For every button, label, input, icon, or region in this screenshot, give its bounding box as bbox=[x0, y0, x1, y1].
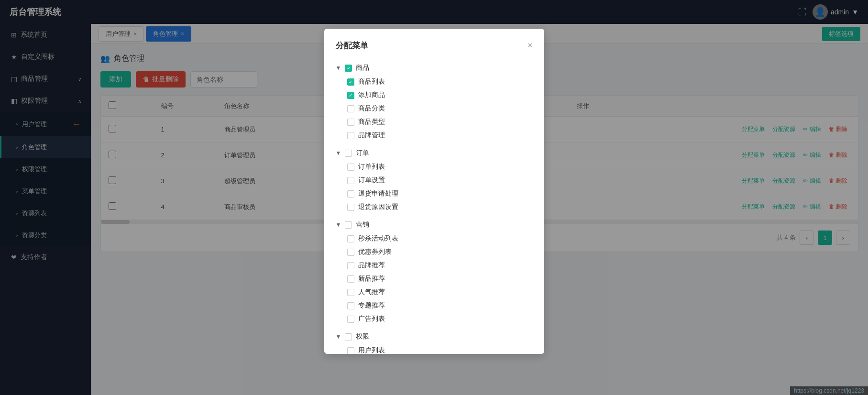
tree-checkbox-marketing[interactable] bbox=[345, 221, 352, 229]
tree-label-product: 商品 bbox=[356, 64, 369, 72]
tree-checkbox-flash-sale[interactable] bbox=[347, 235, 354, 242]
tree-child-order-list[interactable]: 订单列表 bbox=[347, 160, 533, 174]
tree-child-product-cat[interactable]: 商品分类 bbox=[347, 102, 533, 115]
tree-child-ad-list[interactable]: 广告列表 bbox=[347, 312, 533, 326]
tree-label-product-type: 商品类型 bbox=[358, 118, 385, 126]
tree-child-return-process[interactable]: 退货申请处理 bbox=[347, 187, 533, 200]
tree-label-product-add: 添加商品 bbox=[358, 91, 385, 99]
assign-menu-modal: 分配菜单 × ▼ 商品 商品列表 添加商品 商品 bbox=[324, 29, 544, 354]
tree-children-order: 订单列表 订单设置 退货申请处理 退货原因设置 bbox=[347, 160, 533, 214]
tree-child-product-list[interactable]: 商品列表 bbox=[347, 75, 533, 88]
tree-checkbox-permission[interactable] bbox=[345, 333, 352, 340]
tree-children-marketing: 秒杀活动列表 优惠券列表 品牌推荐 新品推荐 人气推荐 bbox=[347, 232, 533, 326]
tree-checkbox-product-cat[interactable] bbox=[347, 105, 354, 112]
tree-collapse-permission[interactable]: ▼ bbox=[336, 333, 341, 340]
tree-collapse-marketing[interactable]: ▼ bbox=[336, 221, 341, 228]
tree-child-product-add[interactable]: 添加商品 bbox=[347, 88, 533, 102]
tree-parent-marketing[interactable]: ▼ 营销 bbox=[336, 218, 533, 232]
tree-collapse-product[interactable]: ▼ bbox=[336, 65, 341, 71]
tree-label-return-process: 退货申请处理 bbox=[358, 189, 398, 198]
tree-checkbox-return-reason[interactable] bbox=[347, 204, 354, 211]
tree-label-brand-recommend: 品牌推荐 bbox=[358, 261, 385, 270]
tree-child-new-recommend[interactable]: 新品推荐 bbox=[347, 272, 533, 285]
tree-label-product-list: 商品列表 bbox=[358, 77, 385, 86]
tree-label-marketing: 营销 bbox=[356, 220, 369, 229]
tree-checkbox-topic-recommend[interactable] bbox=[347, 302, 354, 309]
tree-child-product-type[interactable]: 商品类型 bbox=[347, 115, 533, 129]
tree-label-topic-recommend: 专题推荐 bbox=[358, 301, 385, 310]
tree-child-topic-recommend[interactable]: 专题推荐 bbox=[347, 299, 533, 312]
tree-parent-permission[interactable]: ▼ 权限 bbox=[336, 329, 533, 344]
tree-child-coupon-list[interactable]: 优惠券列表 bbox=[347, 245, 533, 259]
tree-children-product: 商品列表 添加商品 商品分类 商品类型 品牌管理 bbox=[347, 75, 533, 142]
tree-label-popular-recommend: 人气推荐 bbox=[358, 288, 385, 296]
modal-header: 分配菜单 × bbox=[336, 40, 533, 51]
tree-label-coupon-list: 优惠券列表 bbox=[358, 248, 392, 256]
tree-child-brand-mgmt[interactable]: 品牌管理 bbox=[347, 129, 533, 142]
tree-parent-product[interactable]: ▼ 商品 bbox=[336, 61, 533, 75]
tree-checkbox-ad-list[interactable] bbox=[347, 316, 354, 323]
tree-checkbox-brand-mgmt[interactable] bbox=[347, 132, 354, 139]
tree-checkbox-user-list[interactable] bbox=[347, 347, 354, 354]
tree-checkbox-coupon-list[interactable] bbox=[347, 249, 354, 256]
tree-section-marketing: ▼ 营销 秒杀活动列表 优惠券列表 品牌推荐 bbox=[336, 218, 533, 326]
tree-child-brand-recommend[interactable]: 品牌推荐 bbox=[347, 259, 533, 272]
tree-collapse-order[interactable]: ▼ bbox=[336, 150, 341, 156]
tree-checkbox-product-type[interactable] bbox=[347, 119, 354, 126]
tree-checkbox-product-list[interactable] bbox=[347, 78, 354, 86]
tree-checkbox-new-recommend[interactable] bbox=[347, 275, 354, 283]
tree-checkbox-order-list[interactable] bbox=[347, 164, 354, 171]
modal-close-button[interactable]: × bbox=[527, 41, 533, 51]
modal-overlay[interactable]: 分配菜单 × ▼ 商品 商品列表 添加商品 商品 bbox=[0, 0, 868, 395]
tree-label-new-recommend: 新品推荐 bbox=[358, 274, 385, 283]
tree-label-return-reason: 退货原因设置 bbox=[358, 203, 398, 211]
tree-label-ad-list: 广告列表 bbox=[358, 315, 385, 323]
tree-checkbox-order-settings[interactable] bbox=[347, 177, 354, 184]
tree-checkbox-brand-recommend[interactable] bbox=[347, 262, 354, 269]
tree-label-brand-mgmt: 品牌管理 bbox=[358, 131, 385, 140]
tree-label-order-list: 订单列表 bbox=[358, 163, 385, 171]
tree-parent-order[interactable]: ▼ 订单 bbox=[336, 146, 533, 160]
tree-children-permission: 用户列表 角色列表 菜单列表 bbox=[347, 344, 533, 354]
tree-checkbox-order[interactable] bbox=[345, 150, 352, 157]
tree-child-order-settings[interactable]: 订单设置 bbox=[347, 174, 533, 187]
tree-child-user-list[interactable]: 用户列表 bbox=[347, 344, 533, 354]
tree-label-permission: 权限 bbox=[356, 332, 369, 341]
tree-label-order: 订单 bbox=[356, 149, 369, 157]
tree-checkbox-return-process[interactable] bbox=[347, 190, 354, 198]
tree-section-product: ▼ 商品 商品列表 添加商品 商品分类 商品 bbox=[336, 61, 533, 142]
tree-label-product-cat: 商品分类 bbox=[358, 104, 385, 113]
modal-title: 分配菜单 bbox=[336, 40, 368, 51]
tree-section-permission: ▼ 权限 用户列表 角色列表 菜单列表 bbox=[336, 329, 533, 354]
tree-child-flash-sale[interactable]: 秒杀活动列表 bbox=[347, 232, 533, 245]
tree-checkbox-product[interactable] bbox=[345, 65, 352, 72]
tree-child-return-reason[interactable]: 退货原因设置 bbox=[347, 200, 533, 214]
tree-label-order-settings: 订单设置 bbox=[358, 176, 385, 185]
tree-label-user-list: 用户列表 bbox=[358, 346, 385, 354]
tree-section-order: ▼ 订单 订单列表 订单设置 退货申请处理 bbox=[336, 146, 533, 214]
tree-checkbox-product-add[interactable] bbox=[347, 92, 354, 99]
tree-child-popular-recommend[interactable]: 人气推荐 bbox=[347, 285, 533, 299]
tree-label-flash-sale: 秒杀活动列表 bbox=[358, 234, 398, 243]
tree-checkbox-popular-recommend[interactable] bbox=[347, 289, 354, 296]
